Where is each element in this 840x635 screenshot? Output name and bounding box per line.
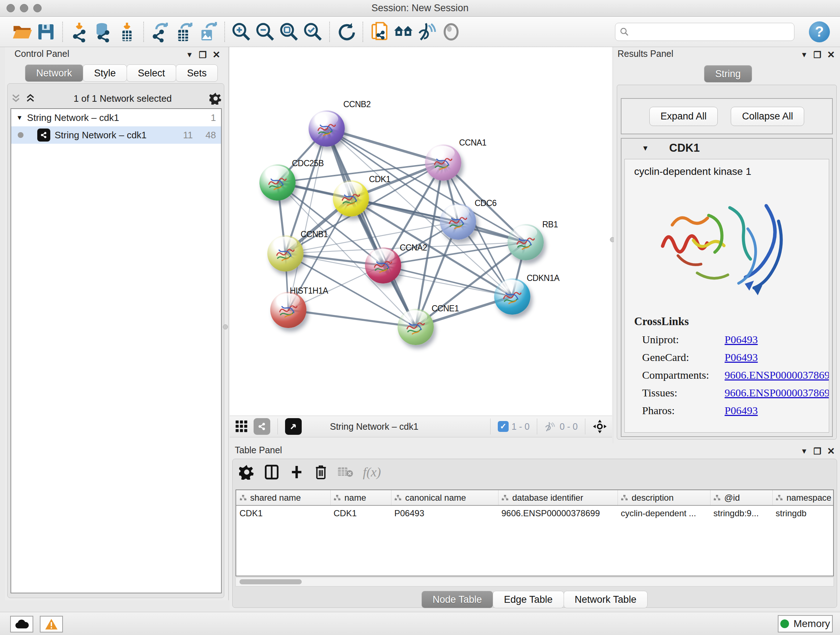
table-header[interactable]: shared namenamecanonical namedatabase id… [237,490,834,505]
close-panel-icon[interactable]: ✕ [212,49,220,60]
zoom-fit-button[interactable] [277,20,301,44]
hide-unhide-button[interactable] [415,20,439,44]
string-style-icon[interactable] [254,418,270,435]
collapse-all-chevron-icon[interactable] [25,94,36,103]
column-header-namespace[interactable]: namespace [773,490,834,505]
panel-menu-icon[interactable]: ▼ [186,51,193,59]
column-header-shared-name[interactable]: shared name [237,490,331,505]
crosslink-label: Compartments: [634,369,725,381]
tab-network-table[interactable]: Network Table [564,591,648,608]
network-table-splitter[interactable] [230,438,612,443]
export-image-button[interactable] [196,20,220,44]
tab-string[interactable]: String [704,65,752,82]
crosslink-link[interactable]: P06493 [725,351,758,363]
table-horizontal-scrollbar[interactable] [235,578,834,586]
float-panel-icon[interactable]: ❐ [199,50,207,60]
column-header-description[interactable]: description [618,490,711,505]
panel-menu-icon[interactable]: ▼ [801,447,808,455]
table-cell[interactable]: P06493 [392,505,499,521]
table-cell[interactable]: stringdb:9... [711,505,773,521]
warnings-button[interactable] [40,616,63,632]
column-header-id[interactable]: @id [711,490,773,505]
collapse-icon[interactable]: ▼ [16,114,23,122]
gear-icon[interactable] [210,92,222,105]
network-canvas[interactable]: CCNB2CCNA1CDC25BCDK1CDC6RB1CCNB1CCNA2CDK… [230,47,612,416]
network-node-HIST1H1A[interactable] [270,292,306,328]
expand-all-chevron-icon[interactable] [11,94,21,103]
column-header-canonical-name[interactable]: canonical name [392,490,499,505]
expand-all-button[interactable]: Expand All [649,107,718,126]
cloud-status-button[interactable] [10,616,33,632]
collapse-all-button[interactable]: Collapse All [731,107,804,126]
tab-select[interactable]: Select [126,65,176,82]
tab-network[interactable]: Network [25,65,83,82]
table-cell[interactable]: CDK1 [237,505,331,521]
gene-section-header[interactable]: ▼ CDK1 [622,139,832,157]
zoom-out-button[interactable] [253,20,277,44]
crosslink-link[interactable]: P06493 [725,333,758,346]
crosslink-row: Pharos:P06493 [634,404,829,417]
scrollbar-thumb[interactable] [240,579,302,584]
left-splitter-handle[interactable] [223,325,228,329]
graphics-details-button[interactable] [439,20,463,44]
table-cell[interactable]: 9606.ENSP00000378699 [499,505,618,521]
table-cell[interactable]: cyclin-dependent ... [618,505,711,521]
gene-name: CDK1 [669,141,699,155]
show-columns-icon[interactable] [264,464,279,480]
zoom-selected-button[interactable] [301,20,325,44]
float-panel-icon[interactable]: ❐ [813,447,821,456]
column-header-database-identifier[interactable]: database identifier [499,490,618,505]
memory-button[interactable]: Memory [778,615,833,632]
network-node-CCNB2[interactable] [309,111,345,147]
network-node-CCNE1[interactable] [398,309,434,345]
pan-crosshair-icon[interactable] [592,419,607,434]
export-table-button[interactable] [172,20,196,44]
column-header-name[interactable]: name [331,490,392,505]
help-button[interactable]: ? [809,21,830,42]
table-row[interactable]: CDK1CDK1P064939606.ENSP00000378699cyclin… [237,505,834,521]
table-options-gear-icon[interactable] [239,464,254,480]
float-panel-icon[interactable]: ❐ [813,50,821,60]
delete-column-icon[interactable] [314,464,328,480]
network-collection-row[interactable]: ▼ String Network – cdk1 1 [11,109,221,126]
table-cell[interactable]: CDK1 [331,505,392,521]
network-from-file-button[interactable] [368,20,392,44]
zoom-in-button[interactable] [229,20,253,44]
crosslinks-section: CrossLinks Uniprot:P06493GeneCard:P06493… [634,315,829,417]
network-node-CDK1[interactable] [333,180,369,217]
search-input[interactable] [632,27,790,37]
network-row[interactable]: String Network – cdk1 11 48 [11,126,221,144]
import-table-button[interactable] [115,20,139,44]
network-node-CCNA2[interactable] [365,247,401,283]
export-network-button[interactable] [148,20,172,44]
tab-sets[interactable]: Sets [176,65,218,82]
save-session-button[interactable] [34,20,58,44]
open-in-new-window-button[interactable] [285,418,302,435]
network-node-CDC25B[interactable] [259,165,295,201]
crosslink-link[interactable]: P06493 [725,404,758,417]
tab-style[interactable]: Style [83,65,127,82]
panel-menu-icon[interactable]: ▼ [801,51,808,59]
collapse-icon[interactable]: ▼ [642,144,649,152]
close-panel-icon[interactable]: ✕ [827,49,835,60]
add-column-icon[interactable] [289,464,304,480]
tab-edge-table[interactable]: Edge Table [493,591,564,608]
network-node-CCNA1[interactable] [425,144,461,181]
table-body[interactable]: CDK1CDK1P064939606.ENSP00000378699cyclin… [237,505,834,521]
crosslink-link[interactable]: 9606.ENSP00000378699 [725,386,829,399]
network-node-CDKN1A[interactable] [494,279,531,315]
import-network-database-button[interactable] [91,20,115,44]
tab-node-table[interactable]: Node Table [422,591,493,608]
import-network-file-button[interactable] [67,20,91,44]
close-panel-icon[interactable]: ✕ [827,446,835,457]
network-node-CDC6[interactable] [440,203,476,240]
network-node-CCNB1[interactable] [267,235,303,272]
network-node-RB1[interactable] [508,224,544,260]
birds-eye-grid-icon[interactable] [235,420,248,433]
crosslink-link[interactable]: 9606.ENSP00000378699 [725,369,829,381]
table-cell[interactable]: stringdb [773,505,834,521]
open-session-button[interactable] [10,20,34,44]
refresh-button[interactable] [334,20,358,44]
zoom-in-icon [231,21,252,42]
home-button[interactable] [392,20,415,44]
